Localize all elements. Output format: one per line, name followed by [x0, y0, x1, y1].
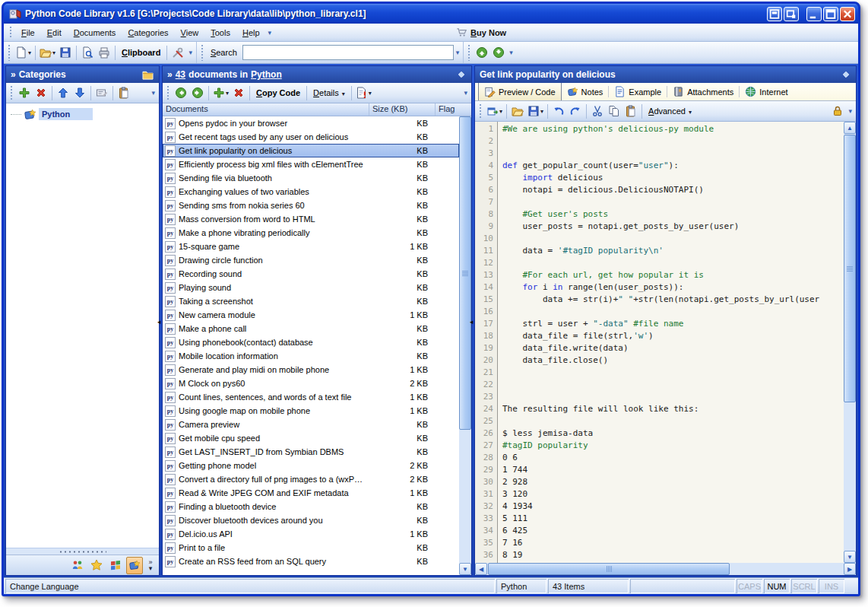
menu-view[interactable]: View	[175, 26, 205, 40]
undo-button[interactable]	[550, 103, 567, 120]
toolbar-grip[interactable]	[8, 44, 11, 61]
menu-tools[interactable]: Tools	[204, 26, 236, 40]
delete-document-button[interactable]	[230, 84, 247, 102]
document-row[interactable]: pyCamera previewKB	[163, 418, 459, 431]
search-overflow-icon[interactable]: ▾	[454, 49, 462, 56]
document-row[interactable]: pyPlaying soundKB	[163, 281, 459, 294]
editor-scroll-down-icon[interactable]: ▼	[844, 551, 856, 563]
document-row[interactable]: pyNew camera module1 KB	[163, 308, 459, 322]
document-row[interactable]: pyCount lines, sentences, and words of a…	[163, 390, 459, 404]
menu-overflow-icon[interactable]: ▾	[266, 29, 274, 37]
menu-grip[interactable]	[9, 26, 13, 39]
tab-notes[interactable]: Notes	[562, 83, 609, 100]
document-row[interactable]: pyGet recent tags used by any user on de…	[163, 130, 459, 144]
document-row[interactable]: py15-square game1 KB	[163, 240, 459, 253]
document-row[interactable]: pyExchanging values of two variablesKB	[163, 185, 459, 199]
flag-document-button[interactable]: ▾	[354, 84, 373, 102]
document-row[interactable]: pyGetting phone model2 KB	[163, 459, 459, 472]
document-row[interactable]: pyUsing google map on mobile phone1 KB	[163, 404, 459, 418]
tab-example[interactable]: Example	[609, 83, 667, 100]
document-row[interactable]: pyDrawing circle functionKB	[163, 253, 459, 267]
close-button[interactable]	[840, 7, 855, 21]
document-row[interactable]: pyCreate an RSS feed from an SQL queryKB	[163, 555, 459, 568]
copy-button[interactable]	[606, 103, 622, 120]
document-row[interactable]: pyDiscover bluetooth devices around youK…	[163, 513, 459, 527]
nav-down-button[interactable]	[490, 44, 507, 62]
document-row[interactable]: pyGenerate and play midi on mobile phone…	[163, 363, 459, 377]
search-input[interactable]	[242, 45, 454, 60]
left-splitter-collapse-icon[interactable]: ◂	[157, 318, 161, 326]
editor-save-button[interactable]: ▾	[526, 103, 545, 120]
document-row[interactable]: pyPrint to a fileKB	[163, 541, 459, 555]
editor-overflow-icon[interactable]: ▾	[846, 107, 854, 115]
document-row[interactable]: pyEfficiently process big xml files with…	[163, 157, 459, 171]
open-button[interactable]: ▾	[38, 44, 57, 62]
bottom-bar-overflow-icon[interactable]: »▾	[145, 559, 156, 571]
maximize-button[interactable]	[823, 7, 838, 21]
tree-item-label[interactable]: Python	[39, 108, 93, 120]
toolbar-overflow-icon[interactable]: ▾	[186, 49, 195, 56]
rename-category-button[interactable]	[93, 84, 110, 102]
options-button[interactable]	[169, 44, 186, 62]
redo-button[interactable]	[567, 103, 584, 120]
preview-panel-menu-icon[interactable]	[841, 69, 851, 80]
rollup-button[interactable]	[767, 7, 782, 21]
tab-internet[interactable]: Internet	[740, 83, 793, 100]
column-documents[interactable]: Documents	[163, 103, 369, 116]
delete-category-button[interactable]	[33, 84, 49, 102]
lock-button[interactable]	[829, 103, 846, 120]
document-row[interactable]: pyMake a phone callKB	[163, 322, 459, 335]
menu-documents[interactable]: Documents	[68, 26, 122, 40]
tab-attachments[interactable]: Attachments	[667, 83, 739, 100]
nav-up-button[interactable]	[474, 44, 490, 62]
categories-overflow-icon[interactable]: ▾	[149, 89, 157, 97]
document-row[interactable]: pyGet link popularity on deliciousKB	[163, 144, 459, 157]
column-size[interactable]: Size (KB)	[369, 103, 436, 116]
editor-scroll-up-icon[interactable]: ▲	[844, 122, 856, 134]
documents-toolbar-grip[interactable]	[166, 85, 170, 100]
next-document-button[interactable]	[189, 84, 206, 102]
favorites-shortcut-button[interactable]	[88, 557, 105, 574]
documents-scroll-thumb[interactable]	[459, 116, 471, 430]
new-document-button[interactable]: ▾	[14, 44, 33, 62]
document-row[interactable]: pyMake a phone vibrating periodicallyKB	[163, 226, 459, 240]
nav-overflow-icon[interactable]: ▾	[507, 49, 515, 56]
document-row[interactable]: pySending sms from nokia series 60KB	[163, 199, 459, 212]
minimize-button[interactable]	[806, 7, 822, 21]
document-row[interactable]: pyConvert a directory full of png images…	[163, 472, 459, 486]
paste-button[interactable]	[622, 103, 639, 120]
search-toolbar-grip[interactable]	[201, 44, 204, 61]
resize-grip[interactable]	[846, 579, 857, 593]
move-up-button[interactable]	[55, 84, 71, 102]
nav-splitter-handle[interactable]	[6, 548, 159, 555]
tray-button[interactable]	[784, 7, 799, 21]
document-row[interactable]: pyM Clock on pys602 KB	[163, 377, 459, 390]
document-row[interactable]: pyOpens pydoc in your browserKB	[163, 116, 459, 130]
document-row[interactable]: pySending file via bluetoothKB	[163, 171, 459, 185]
document-row[interactable]: pyUsing phonebook(contact) databaseKB	[163, 335, 459, 349]
editor-open-button[interactable]	[509, 103, 526, 120]
clipboard-button[interactable]: Clipboard	[118, 48, 164, 57]
right-splitter-collapse-icon[interactable]: ◂	[470, 318, 474, 326]
nav-toolbar-grip[interactable]	[467, 44, 471, 61]
menu-categories[interactable]: Categories	[122, 26, 174, 40]
categories-toolbar-grip[interactable]	[10, 85, 14, 100]
editor-scroll-right-icon[interactable]: ▶	[844, 563, 856, 575]
documents-count-link[interactable]: 43	[176, 69, 185, 80]
document-row[interactable]: pyMass conversion from word to HTMLKB	[163, 212, 459, 226]
windows-shortcut-button[interactable]	[107, 557, 124, 574]
tab-preview-code[interactable]: Preview / Code	[478, 83, 562, 100]
cut-button[interactable]	[589, 103, 606, 120]
column-flag[interactable]: Flag	[436, 103, 471, 116]
document-row[interactable]: pyRecording soundKB	[163, 267, 459, 281]
editor-hscroll-thumb[interactable]	[488, 563, 730, 575]
editor-vscrollbar[interactable]: ▲ ▼	[844, 122, 856, 563]
editor-hscrollbar[interactable]: ◀ ▶	[475, 563, 856, 575]
menu-help[interactable]: Help	[236, 26, 266, 40]
details-dropdown[interactable]: Details ▾	[309, 88, 349, 97]
documents-vscrollbar[interactable]: ▲ ▼	[459, 116, 471, 575]
categories-shortcut-button[interactable]	[126, 557, 143, 574]
menu-edit[interactable]: Edit	[41, 26, 68, 40]
title-bar[interactable]: Python Code Library v1.6 [G:\Projects\Co…	[4, 4, 858, 24]
document-row[interactable]: pyRead & Write JPEG COM and EXIF metadat…	[163, 486, 459, 500]
